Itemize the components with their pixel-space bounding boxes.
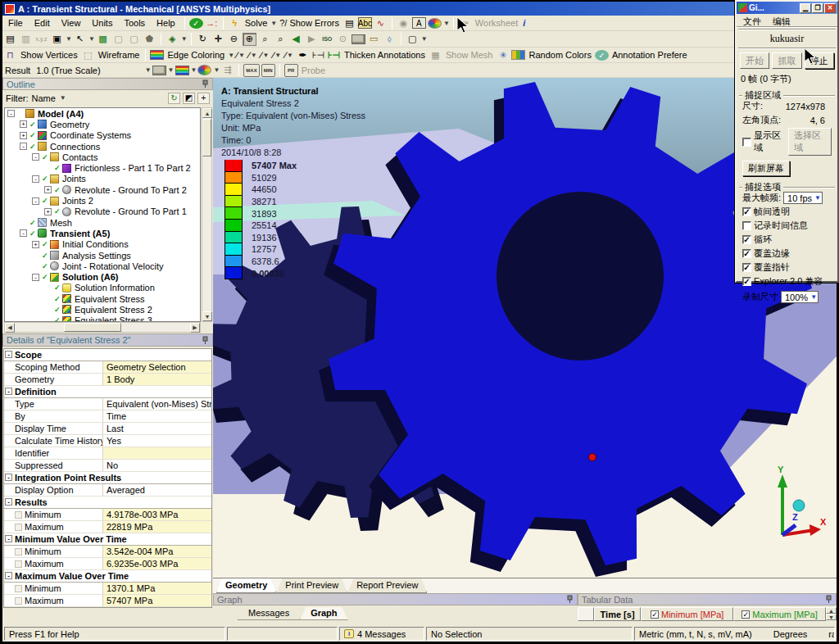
viewports-icon[interactable] xyxy=(351,34,365,44)
tree-row[interactable]: ✓ Frictionless - Part 1 To Part 2 xyxy=(5,162,200,173)
scroll-thumb[interactable] xyxy=(64,323,121,332)
pin-icon[interactable] xyxy=(566,595,574,604)
solve-dropdown-icon[interactable]: ▼ xyxy=(270,20,277,27)
details-row[interactable]: Suppressed No xyxy=(4,460,211,472)
title-bar[interactable]: A : Transient Structural - Mechanical [A… xyxy=(2,2,837,16)
cursor-select-icon[interactable]: ↖ xyxy=(73,33,87,46)
maximum-checkbox[interactable]: ✓ xyxy=(741,610,750,619)
details-value[interactable]: Equivalent (von-Mises) Stress xyxy=(103,398,211,410)
tree-expander[interactable]: - xyxy=(32,153,39,161)
details-row[interactable]: + Information xyxy=(4,607,211,608)
tree-row[interactable]: - ✓ Contacts xyxy=(5,152,200,162)
tree-expander[interactable] xyxy=(20,219,27,226)
status-messages[interactable]: i 4 Messages xyxy=(339,627,424,641)
tree-item-label[interactable]: Transient (A5) xyxy=(50,229,110,238)
scroll-down-icon[interactable]: ▼ xyxy=(202,311,212,321)
option-checkbox[interactable]: ✓ xyxy=(742,277,751,286)
edge-coloring-dropdown-icon[interactable]: ▼ xyxy=(228,52,234,59)
chart-checkbox[interactable] xyxy=(15,560,22,568)
menu-item[interactable]: Help xyxy=(151,16,181,29)
axes-dropdown-icon[interactable]: ▼ xyxy=(181,35,188,43)
details-value[interactable]: Averaged xyxy=(103,484,211,496)
viewport-tab[interactable]: Print Preview xyxy=(276,578,347,593)
filter-dropdown-icon[interactable]: ▼ xyxy=(60,94,66,102)
iso-view-icon[interactable]: ISO xyxy=(320,33,334,46)
details-value[interactable]: 22819 MPa xyxy=(103,521,211,533)
chart-checkbox[interactable] xyxy=(15,524,22,531)
geometry-display-icon[interactable] xyxy=(152,66,166,75)
pan-icon[interactable]: ✛ xyxy=(211,33,225,46)
edge-option-2[interactable]: ∕▼ xyxy=(248,50,257,60)
zoom-in-icon[interactable]: ⊕ xyxy=(243,33,256,46)
details-row[interactable]: - Minimum Value Over Time xyxy=(4,533,211,546)
tree-item-label[interactable]: Equivalent Stress xyxy=(75,294,145,304)
fps-dropdown[interactable]: 10 fps▼ xyxy=(783,192,823,204)
tree-expander[interactable]: - xyxy=(32,175,39,183)
chart-checkbox[interactable] xyxy=(15,548,22,556)
scroll-down-icon[interactable]: ▼ xyxy=(826,614,837,620)
menu-item[interactable]: View xyxy=(56,16,87,29)
minimum-checkbox[interactable]: ✓ xyxy=(651,610,659,619)
edge-option-1[interactable]: ∕▼ xyxy=(236,50,245,60)
tree-expander[interactable]: - xyxy=(20,143,27,150)
recorder-option[interactable]: ✓ 循环 xyxy=(741,233,833,247)
zoom-fit-icon[interactable]: ⌕ xyxy=(274,33,288,46)
markers-icon[interactable]: →: xyxy=(205,16,219,29)
show-errors-button[interactable]: ?/ Show Errors xyxy=(279,18,339,28)
section-expander[interactable]: - xyxy=(5,572,12,579)
details-row[interactable]: Type Equivalent (von-Mises) Stress xyxy=(4,398,211,410)
graph-tab[interactable]: Messages xyxy=(238,607,300,620)
tree-expander[interactable]: + xyxy=(44,186,52,193)
section-expander[interactable]: - xyxy=(5,388,12,395)
section-expander[interactable]: - xyxy=(5,535,12,542)
info-icon[interactable]: i xyxy=(523,18,525,28)
minimize-button[interactable]: ▁ xyxy=(800,3,811,13)
tree-expander[interactable] xyxy=(44,295,52,302)
recorder-menu-item[interactable]: 编辑 xyxy=(773,16,791,25)
axis-star-icon[interactable]: ✳ xyxy=(496,48,510,61)
tree-expander[interactable]: - xyxy=(20,229,27,237)
section-expander[interactable]: - xyxy=(5,351,12,358)
pin-icon[interactable] xyxy=(825,595,832,604)
time-column-header[interactable]: Time [s] xyxy=(594,607,641,621)
rotation-unit[interactable]: rad/s xyxy=(828,629,835,639)
tree-row[interactable]: - ✓ Solution (A6) xyxy=(5,271,200,282)
tree-row[interactable]: + ✓ Revolute - Ground To Part 1 xyxy=(5,206,200,217)
abc-tool-icon[interactable]: Abc xyxy=(358,17,372,29)
tree-item-label[interactable]: Mesh xyxy=(50,218,72,228)
details-value[interactable]: Time xyxy=(103,410,211,422)
select-mode-dropdown-icon[interactable]: ▼ xyxy=(66,35,72,43)
tree-row[interactable]: + ✓ Revolute - Ground To Part 2 xyxy=(5,184,200,195)
palette-dropdown-icon[interactable]: ▼ xyxy=(443,20,450,27)
ruler-icon[interactable]: ▭ xyxy=(367,33,381,46)
option-checkbox[interactable] xyxy=(742,221,751,230)
edges-display-icon[interactable] xyxy=(197,65,211,75)
tree-item-label[interactable]: Connections xyxy=(50,142,100,152)
section-expander[interactable]: - xyxy=(5,498,12,506)
window-layout-dropdown-icon[interactable]: ▼ xyxy=(421,35,428,43)
tree-expander[interactable] xyxy=(32,262,39,270)
look-at-icon[interactable]: ⊙ xyxy=(336,33,350,46)
details-value[interactable]: 1 Body xyxy=(103,374,211,385)
outline-vertical-scrollbar[interactable]: ▲ ▼ xyxy=(202,107,212,322)
tree-item-label[interactable]: Joints xyxy=(62,174,86,184)
expand-tree-icon[interactable]: ◩ xyxy=(183,93,195,104)
tree-item-label[interactable]: Frictionless - Part 1 To Part 2 xyxy=(75,163,191,173)
tree-expander[interactable]: + xyxy=(32,241,39,248)
details-row[interactable]: Maximum 6.9235e-003 MPa xyxy=(4,558,211,570)
palette-icon[interactable] xyxy=(428,18,442,29)
letter-a-icon[interactable]: A xyxy=(412,17,426,29)
tree-expander[interactable]: + xyxy=(44,208,52,215)
tree-item-label[interactable]: Coordinate Systems xyxy=(50,130,131,140)
refresh-icon[interactable]: ↻ xyxy=(168,93,180,104)
wireframe-button[interactable]: Wireframe xyxy=(98,50,140,60)
section-expander[interactable]: - xyxy=(5,474,12,481)
axes-cube-icon[interactable]: ◈ xyxy=(166,33,179,46)
solve-button[interactable]: Solve xyxy=(245,18,268,28)
tabular-scrollbar[interactable]: ▲ ▼ xyxy=(826,607,837,621)
recorder-option[interactable]: ✓ 覆盖指针 xyxy=(741,261,833,274)
tree-row[interactable]: ✓ Solution Information xyxy=(5,283,200,293)
option-checkbox[interactable]: ✓ xyxy=(742,263,751,272)
details-value[interactable]: Last xyxy=(103,423,211,434)
details-row[interactable]: - Definition xyxy=(4,386,211,398)
